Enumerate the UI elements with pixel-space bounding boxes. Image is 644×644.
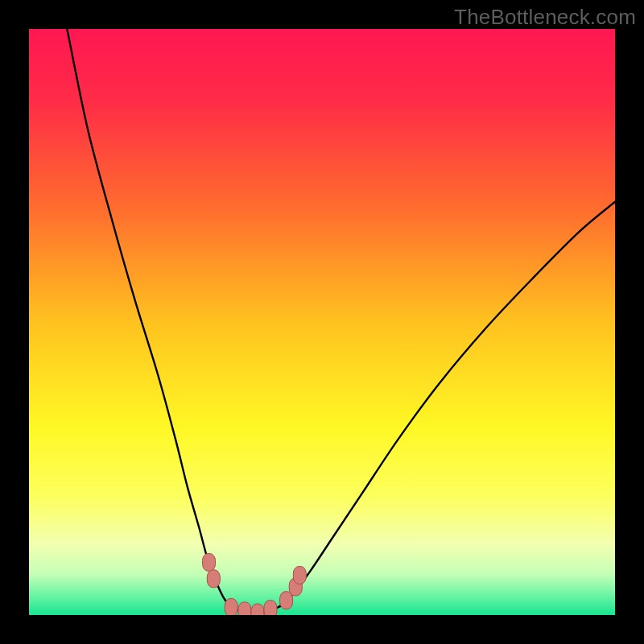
- curve-marker: [293, 567, 306, 584]
- curve-marker: [225, 599, 237, 615]
- watermark-text: TheBottleneck.com: [454, 5, 636, 30]
- gradient-background: [29, 29, 615, 615]
- curve-marker: [280, 592, 293, 609]
- chart-frame: TheBottleneck.com: [0, 0, 644, 644]
- curve-marker: [207, 570, 220, 588]
- curve-marker: [264, 601, 277, 615]
- chart-svg: [29, 29, 615, 615]
- plot-area: [29, 29, 615, 615]
- curve-marker: [203, 553, 216, 571]
- curve-marker: [251, 604, 264, 615]
- curve-marker: [238, 602, 251, 615]
